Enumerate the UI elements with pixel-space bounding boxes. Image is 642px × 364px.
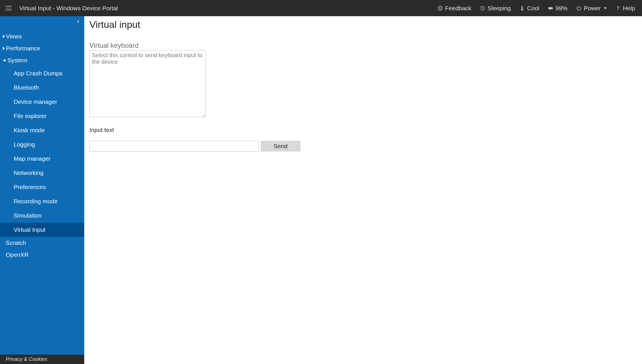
sidebar-item-simulation[interactable]: Simulation [0,208,84,223]
system-label: System [7,57,27,64]
battery-icon [548,5,553,11]
virtual-keyboard-label: Virtual keyboard [89,42,637,49]
svg-point-0 [438,6,443,10]
help-button[interactable]: Help [615,5,635,12]
svg-point-2 [441,7,441,8]
input-text-label: Input text [89,127,637,133]
chevron-left-icon [76,19,81,24]
sidebar-item-kiosk-mode[interactable]: Kiosk mode [0,123,84,137]
temperature-status[interactable]: Cool [519,5,539,12]
sidebar-item-recording-mode[interactable]: Recording mode [0,194,84,208]
sidebar-item-file-explorer[interactable]: File explorer [0,109,84,123]
expand-down-icon [3,60,6,62]
sidebar-item-preferences[interactable]: Preferences [0,180,84,194]
expand-right-icon [3,47,5,50]
thermometer-icon [519,5,525,11]
sidebar-item-bluetooth[interactable]: Bluetooth [0,80,84,95]
history-icon [480,5,485,11]
battery-label: 99% [555,5,567,12]
sidebar-item-app-crash-dumps[interactable]: App Crash Dumps [0,66,84,80]
smile-icon [437,5,443,11]
cool-label: Cool [527,5,539,12]
performance-label: Performance [6,45,40,52]
hamburger-icon[interactable] [6,5,13,12]
sidebar-item-openxr[interactable]: OpenXR [0,249,84,261]
sidebar-section-views[interactable]: Views [0,30,84,42]
chevron-down-icon [604,7,607,9]
power-icon [576,5,582,11]
svg-point-7 [618,9,618,10]
sidebar-section-performance[interactable]: Performance [0,42,84,54]
sidebar-item-networking[interactable]: Networking [0,166,84,180]
input-text-row: Send [89,141,637,152]
sidebar-item-device-manager[interactable]: Device manager [0,95,84,109]
virtual-keyboard-textarea[interactable] [89,50,205,117]
system-subitems: App Crash Dumps Bluetooth Device manager… [0,66,84,237]
sidebar: Views Performance System App Crash Dumps… [0,16,84,364]
svg-point-3 [522,9,522,10]
topbar: Virtual Input - Windows Device Portal Fe… [0,0,642,16]
collapse-sidebar-button[interactable] [76,19,81,24]
sidebar-item-scratch[interactable]: Scratch [0,237,84,249]
feedback-label: Feedback [445,5,471,12]
question-icon [615,5,621,11]
topbar-right: Feedback Sleeping Cool 99% [437,5,635,12]
svg-rect-6 [552,8,553,9]
battery-status[interactable]: 99% [548,5,567,12]
window-title: Virtual Input - Windows Device Portal [19,5,437,12]
power-label: Power [584,5,601,12]
help-label: Help [623,5,635,12]
page-title: Virtual input [89,19,637,30]
sleeping-label: Sleeping [487,5,511,12]
nav: Views Performance System App Crash Dumps… [0,16,84,355]
sleeping-status[interactable]: Sleeping [480,5,511,12]
sidebar-item-map-manager[interactable]: Map manager [0,152,84,166]
input-text-field[interactable] [89,141,259,152]
sidebar-item-logging[interactable]: Logging [0,137,84,152]
power-menu[interactable]: Power [576,5,607,12]
feedback-button[interactable]: Feedback [437,5,471,12]
sidebar-section-system[interactable]: System [0,54,84,66]
privacy-cookies-link[interactable]: Privacy & Cookies [0,355,84,364]
sidebar-item-virtual-input[interactable]: Virtual Input [0,223,84,237]
expand-right-icon [3,35,5,38]
views-label: Views [6,33,22,40]
svg-point-1 [439,7,440,8]
main-content: Virtual input Virtual keyboard Input tex… [84,16,642,364]
send-button[interactable]: Send [261,141,301,152]
svg-rect-5 [549,7,552,9]
